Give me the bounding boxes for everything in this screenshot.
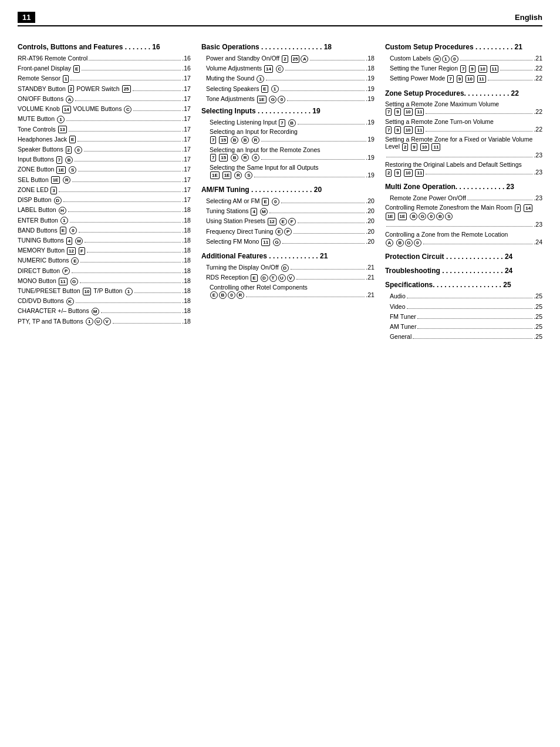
item-label: Turning the Display On/Off D (206, 263, 289, 272)
page-number: .25 (534, 322, 542, 331)
right-section-title-custom: Custom Setup Procedures . . . . . . . . … (385, 43, 542, 51)
dots (133, 110, 181, 111)
badge: 11 (415, 108, 424, 116)
list-item: ON/OFF Buttons A .17 (18, 95, 191, 103)
badge: 1 (125, 288, 133, 295)
badge: 7 (56, 156, 62, 164)
list-item: Tone Controls 13 .17 (18, 125, 191, 134)
list-item: Tuning Stations 4 M .20 (206, 207, 375, 216)
page-number: .17 (182, 145, 191, 154)
badge: F (79, 247, 85, 255)
badge: 10 (465, 75, 474, 83)
dots (426, 113, 532, 114)
list-item: DIRECT Button P .18 (18, 267, 191, 275)
item-label: Remote Sensor 1 (18, 74, 69, 83)
list-item: Setting a Remote Zone for a Fixed or Var… (385, 136, 542, 341)
item-label: 7 15 B R 0 (210, 153, 260, 162)
list-item: VOLUME Knob 14 VOLUME Buttons C .17 (18, 105, 191, 113)
item-label: TUNE/PRESET Button 10 T/P Button 1 (18, 287, 133, 295)
item-label: FM Tuner (390, 312, 416, 321)
badge: M (92, 308, 99, 315)
badge: P (284, 228, 292, 235)
page-number: .20 (366, 207, 375, 216)
badge: T (269, 274, 277, 282)
list-item: Custom Labels H10 .21 (390, 54, 542, 63)
page-number: .17 (182, 196, 191, 204)
page-number: .19 (366, 95, 375, 103)
badge: G (419, 213, 426, 220)
item-label: DIRECT Button P (18, 267, 70, 275)
dots (76, 302, 181, 303)
page-number: .17 (182, 125, 191, 134)
page-number: .19 (366, 74, 375, 83)
badge: R (63, 176, 70, 184)
page-number: .18 (182, 307, 191, 315)
item-label: BAND Buttons E 0 (18, 226, 77, 235)
page-number: .20 (366, 237, 375, 246)
page-number: .18 (182, 206, 191, 214)
list-item: Controlling other Rotel Components EB0R … (210, 284, 375, 300)
list-item: TUNE/PRESET Button 10 T/P Button 1 .18 (18, 287, 191, 295)
badge: A (301, 55, 308, 63)
badge: 1 (63, 75, 69, 83)
badge: 0 (427, 213, 435, 220)
dots (77, 141, 181, 142)
badge: 7 (386, 126, 392, 134)
page-number: .25 (534, 292, 542, 301)
dots (500, 70, 532, 70)
sub-item: .23 (385, 151, 542, 160)
list-item: Turning the Display On/Off D .21 (206, 263, 375, 272)
item-label: 7 9 10 11 (385, 125, 424, 134)
item-label: General (390, 332, 411, 341)
item-label: Selecting FM Mono 11 G (206, 237, 281, 246)
page-number: .18 (182, 256, 191, 265)
list-item: Tone Adjustments 1E G0 .19 (206, 95, 375, 103)
dots (75, 161, 181, 161)
list-item: ZONE Button 1E S .17 (18, 165, 191, 174)
badge: 9 (394, 126, 400, 134)
item-label: Using Station Presets 12 EF (206, 217, 296, 226)
page-number: .22 (534, 125, 542, 134)
dots (82, 70, 181, 70)
list-item: AM Tuner .25 (390, 322, 542, 331)
badge: 0 (252, 154, 259, 161)
item-label: NUMERIC Buttons E (18, 256, 79, 265)
page-number: .23 (534, 168, 542, 177)
badge: 9 (469, 65, 475, 73)
dots (80, 282, 181, 283)
page-number: .17 (182, 105, 191, 113)
item-label: Controlling Remote Zonesfrom the Main Ro… (385, 204, 542, 220)
badge: 9 (394, 169, 400, 177)
page-number: .18 (182, 226, 191, 235)
dots (261, 159, 365, 160)
list-item: RDS Reception E DTUV .21 (206, 273, 375, 282)
dots (417, 328, 532, 329)
badge: 7 (460, 65, 466, 73)
sub-item: 2 9 10 11 .23 (385, 168, 542, 177)
badge: 7 (447, 75, 453, 83)
dots (426, 174, 532, 174)
list-item: Selecting an Input for the Remote Zones … (210, 146, 375, 162)
badge: B (410, 213, 417, 220)
dots (294, 233, 365, 234)
page-header: 11 English (18, 12, 542, 26)
right-section-title-multizone: Multi Zone Operation. . . . . . . . . . … (385, 183, 542, 191)
dots (84, 151, 181, 152)
sub-item: 1E 1E R S .19 (210, 171, 375, 180)
list-item: Using Station Presets 12 EF .20 (206, 217, 375, 226)
badge: F (288, 218, 296, 226)
item-label: MEMORY Button 12 F (18, 246, 86, 255)
badge: 1E (56, 166, 66, 174)
list-item: DISP Button D .17 (18, 196, 191, 204)
item-label: LABEL Button H (18, 206, 67, 214)
list-item: PTY, TP and TA Buttons 1UV .18 (18, 317, 191, 326)
badge: G (70, 278, 78, 285)
list-item: Audio .25 (390, 292, 542, 301)
badge: 1 (60, 217, 68, 224)
badge: 11 (490, 65, 499, 73)
badge: H (59, 207, 66, 214)
page-number: .17 (182, 186, 191, 194)
dots (281, 90, 365, 91)
badge: B (231, 154, 238, 161)
list-item: Muting the Sound 1 .19 (206, 74, 375, 83)
